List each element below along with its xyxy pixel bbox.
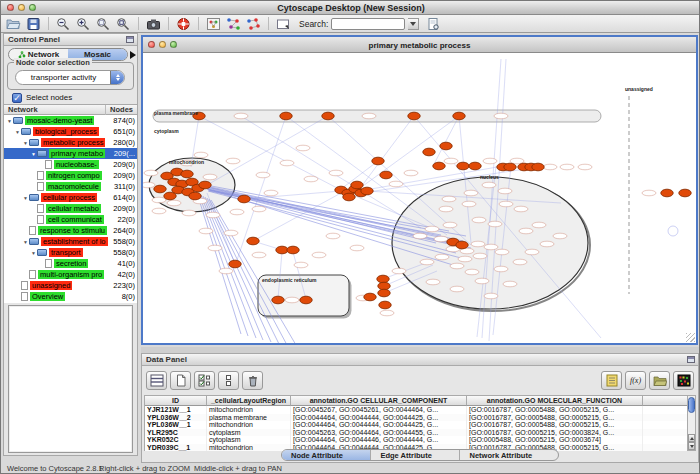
- annotation-button[interactable]: [275, 16, 292, 31]
- tree-item-transport[interactable]: ▼transport558(0): [4, 247, 137, 258]
- gene-node[interactable]: [361, 187, 373, 195]
- zoom-fit-button[interactable]: [115, 16, 132, 31]
- gene-label-node[interactable]: [294, 262, 308, 268]
- gene-label-node[interactable]: [525, 249, 539, 255]
- gene-label-node[interactable]: [462, 201, 476, 207]
- zoom-in-button[interactable]: [75, 16, 92, 31]
- tree-item-nitrogen-compo[interactable]: nitrogen compo209(0): [4, 170, 137, 181]
- gene-label-node[interactable]: [434, 236, 448, 242]
- gene-label-node[interactable]: [494, 113, 508, 119]
- gene-label-node[interactable]: [312, 252, 326, 258]
- tree-item-establishment-of-lo[interactable]: ▼establishment of lo558(0): [4, 236, 137, 247]
- gene-label-node[interactable]: [413, 233, 427, 239]
- gene-label-node[interactable]: [443, 222, 457, 228]
- heatmap-button[interactable]: [673, 371, 694, 390]
- gene-label-node[interactable]: [473, 253, 487, 259]
- node-color-dropdown[interactable]: transporter activity: [15, 70, 125, 85]
- gene-label-node[interactable]: [362, 113, 376, 119]
- gene-node[interactable]: [351, 181, 363, 189]
- disclosure-triangle-icon[interactable]: ▼: [14, 129, 21, 135]
- tree-item-cell-communicat[interactable]: cell communicat22(0): [4, 214, 137, 225]
- vizmapper-button[interactable]: [205, 16, 222, 31]
- gene-label-node[interactable]: [458, 256, 472, 262]
- gene-node[interactable]: [300, 296, 312, 304]
- gene-label-node[interactable]: [420, 259, 434, 265]
- column-header[interactable]: _cellularLayoutRegion: [207, 396, 291, 406]
- gene-node[interactable]: [469, 162, 481, 170]
- tree-item-overview[interactable]: Overview8(0): [4, 291, 137, 302]
- tree-item-macromolecule[interactable]: macromolecule311(0): [4, 181, 137, 192]
- tree-header[interactable]: Network Nodes: [4, 104, 137, 115]
- gene-label-node[interactable]: [498, 188, 512, 194]
- gene-label-node[interactable]: [465, 269, 479, 275]
- gene-label-node[interactable]: [532, 222, 546, 228]
- gene-label-node[interactable]: [442, 196, 456, 202]
- network-canvas[interactable]: plasma membranecytoplasmmitochondrionnuc…: [143, 54, 696, 343]
- help-button[interactable]: [175, 16, 192, 31]
- scroll-up-icon[interactable]: [688, 434, 695, 442]
- tree-item-multi-organism-pro[interactable]: multi-organism pro42(0): [4, 269, 137, 280]
- gene-label-node[interactable]: [219, 268, 233, 274]
- disclosure-triangle-icon[interactable]: ▼: [30, 250, 37, 256]
- tree-item-cellular-metabo[interactable]: cellular metabo209(0): [4, 203, 137, 214]
- gene-node[interactable]: [280, 112, 292, 120]
- gene-label-node[interactable]: [304, 176, 318, 182]
- tree-item-mosaic-demo-yeast[interactable]: ▼mosaic-demo-yeast874(0): [4, 115, 137, 126]
- zoom-selected-button[interactable]: [95, 16, 112, 31]
- gene-label-node[interactable]: [483, 158, 497, 164]
- scroll-down-icon[interactable]: [688, 442, 695, 450]
- gene-label-node[interactable]: [199, 228, 213, 234]
- gene-label-node[interactable]: [488, 221, 502, 227]
- gene-node[interactable]: [238, 195, 250, 203]
- gene-node[interactable]: [440, 142, 452, 150]
- gene-node[interactable]: [379, 301, 391, 309]
- function-builder-button[interactable]: f(x): [625, 371, 646, 390]
- gene-label-node[interactable]: [182, 210, 196, 216]
- gene-label-node[interactable]: [471, 241, 485, 247]
- table-row[interactable]: YLR295Ccytoplasm[GO:0045263, GO:0044464,…: [145, 429, 688, 437]
- table-row[interactable]: YPL036W__1mitochondrion[GO:0044464, GO:0…: [145, 421, 688, 429]
- gene-node[interactable]: [378, 289, 390, 297]
- gene-node[interactable]: [532, 163, 544, 171]
- gene-node[interactable]: [164, 192, 176, 200]
- tree-item-metabolic-process[interactable]: ▼metabolic process280(0): [4, 137, 137, 148]
- gene-label-node[interactable]: [495, 249, 509, 255]
- import-attributes-button[interactable]: [649, 371, 670, 390]
- gene-label-node[interactable]: [256, 172, 270, 178]
- gene-label-node[interactable]: [475, 278, 489, 284]
- resize-grip[interactable]: [686, 333, 695, 342]
- gene-label-node[interactable]: [285, 297, 299, 303]
- new-attribute-button[interactable]: [170, 371, 191, 390]
- gene-label-node[interactable]: [543, 164, 557, 170]
- open-button[interactable]: [5, 16, 22, 31]
- layout-two-button[interactable]: [245, 16, 262, 31]
- window-titlebar[interactable]: Cytoscape Desktop (New Session): [1, 1, 700, 15]
- save-button[interactable]: [25, 16, 42, 31]
- gene-label-node[interactable]: [513, 259, 527, 265]
- delete-attribute-button[interactable]: [242, 371, 263, 390]
- gene-label-node[interactable]: [252, 252, 266, 258]
- gene-label-node[interactable]: [472, 217, 486, 223]
- gene-label-node[interactable]: [450, 286, 464, 292]
- gene-label-node[interactable]: [553, 233, 567, 239]
- unselect-attributes-button[interactable]: [218, 371, 239, 390]
- layout-one-button[interactable]: [225, 16, 242, 31]
- gene-label-node[interactable]: [206, 212, 220, 218]
- gene-label-node[interactable]: [226, 158, 240, 164]
- select-attributes-button[interactable]: [194, 371, 215, 390]
- gene-node[interactable]: [504, 163, 516, 171]
- network-window-titlebar[interactable]: primary metabolic process: [143, 37, 696, 53]
- gene-node[interactable]: [276, 246, 288, 254]
- gene-node[interactable]: [453, 112, 465, 120]
- gene-node[interactable]: [457, 162, 469, 170]
- gene-label-node[interactable]: [426, 279, 440, 285]
- tree-item-nucleobase-[interactable]: nucleobase-209(0): [4, 159, 137, 170]
- tab-network-attribute-browser[interactable]: Network Attribute Browser: [460, 450, 558, 460]
- gene-node[interactable]: [423, 148, 435, 156]
- gene-label-node[interactable]: [280, 160, 294, 166]
- float-panel-icon[interactable]: [687, 356, 695, 363]
- gene-label-node[interactable]: [578, 164, 592, 170]
- gene-label-node[interactable]: [326, 233, 340, 239]
- search-dropdown-arrow[interactable]: [408, 18, 419, 30]
- gene-node[interactable]: [372, 157, 384, 165]
